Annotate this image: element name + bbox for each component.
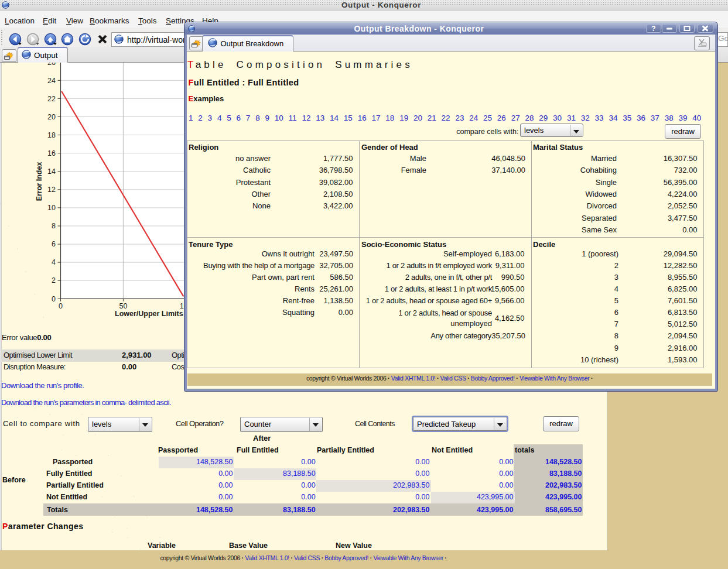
svg-text:26: 26 [47, 63, 56, 67]
svg-text:20: 20 [47, 113, 56, 121]
svg-text:12: 12 [47, 186, 56, 194]
svg-text:0: 0 [52, 295, 56, 303]
svg-text:16: 16 [47, 149, 56, 157]
svg-text:2: 2 [52, 276, 56, 284]
svg-text:10: 10 [47, 204, 56, 212]
svg-text:22: 22 [47, 95, 56, 103]
svg-text:8: 8 [52, 222, 56, 230]
svg-text:?: ? [651, 25, 655, 32]
svg-text:14: 14 [47, 167, 56, 176]
svg-text:0: 0 [59, 302, 63, 310]
svg-text:4: 4 [52, 258, 56, 266]
svg-text:Error Index: Error Index [35, 162, 43, 201]
svg-text:6: 6 [52, 240, 56, 248]
svg-text:18: 18 [47, 131, 56, 139]
svg-text:24: 24 [47, 77, 56, 85]
